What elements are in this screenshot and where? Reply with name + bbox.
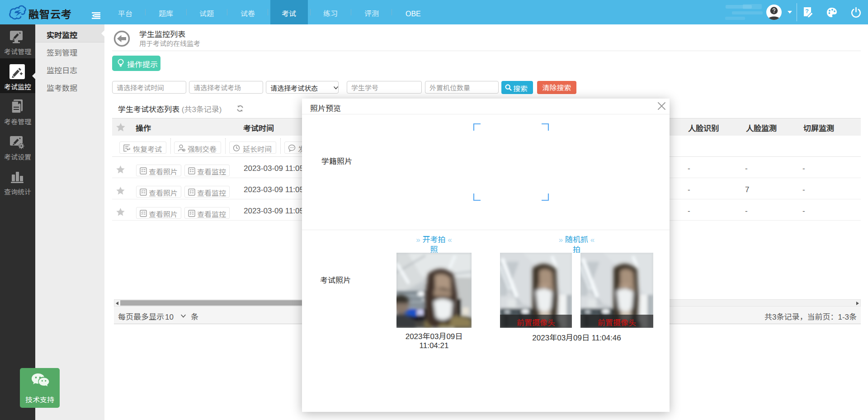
- svg-text:?: ?: [805, 7, 809, 15]
